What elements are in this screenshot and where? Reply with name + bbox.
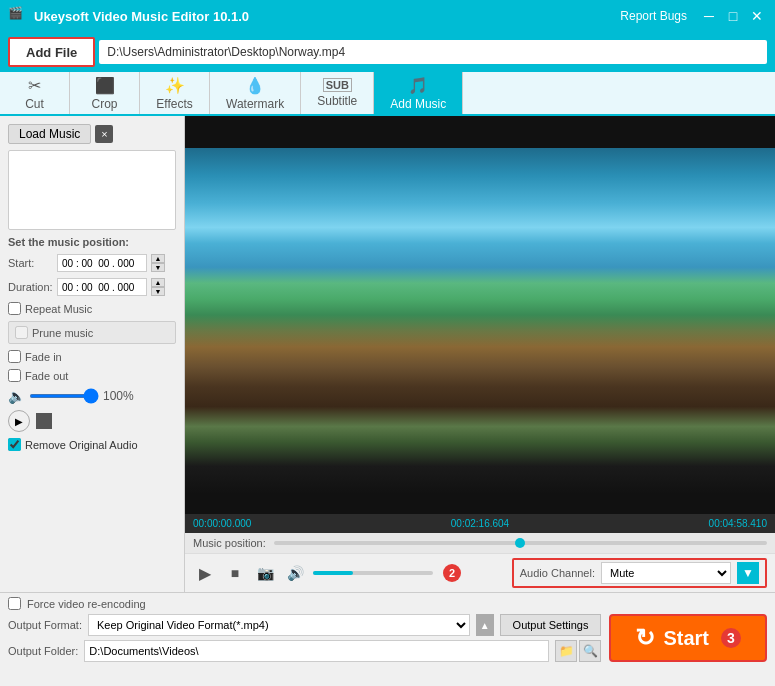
output-settings-button[interactable]: Output Settings [500, 614, 602, 636]
music-position-thumb [515, 538, 525, 548]
browse-folder-button[interactable]: 📁 [555, 640, 577, 662]
force-encode-row: Force video re-encoding [8, 597, 767, 610]
remove-audio-row: Remove Original Audio [8, 438, 176, 451]
audio-channel-dropdown-button[interactable]: ▼ [737, 562, 759, 584]
fade-in-row: Fade in [8, 350, 176, 363]
video-preview [185, 116, 775, 514]
app-icon: 🎬 [8, 6, 28, 26]
left-panel: Load Music × Set the music position: Sta… [0, 116, 185, 592]
start-label: Start [663, 627, 709, 650]
close-panel-button[interactable]: × [95, 125, 113, 143]
music-position-label: Music position: [193, 537, 266, 549]
close-button[interactable]: ✕ [747, 6, 767, 26]
tab-watermark-label: Watermark [226, 97, 284, 111]
volume-slider[interactable] [29, 394, 99, 398]
video-panel: 00:00:00.000 00:02:16.604 00:04:58.410 M… [185, 116, 775, 592]
output-format-arrow[interactable]: ▲ [476, 614, 494, 636]
remove-original-audio-checkbox[interactable] [8, 438, 21, 451]
prune-music-row: Prune music [15, 326, 169, 339]
main-content: Load Music × Set the music position: Sta… [0, 116, 775, 592]
playback-progress-fill [313, 571, 353, 575]
output-format-select[interactable]: Keep Original Video Format(*.mp4) [88, 614, 470, 636]
position-label: Set the music position: [8, 236, 176, 248]
tab-cut[interactable]: ✂ Cut [0, 72, 70, 114]
audio-channel-select[interactable]: Mute Left Right Stereo [601, 562, 731, 584]
playback-controls-row: ▶ ■ 📷 🔊 2 Audio Channel: Mute Left Right… [185, 553, 775, 592]
start-time-input[interactable] [57, 254, 147, 272]
window-controls: ─ □ ✕ [699, 6, 767, 26]
fade-in-checkbox[interactable] [8, 350, 21, 363]
tab-crop[interactable]: ⬛ Crop [70, 72, 140, 114]
tab-subtitle-label: Subtitle [317, 94, 357, 108]
duration-time-input[interactable] [57, 278, 147, 296]
start-icon: ↻ [635, 624, 655, 652]
panel-header: Load Music × [8, 124, 176, 144]
output-folder-label: Output Folder: [8, 645, 78, 657]
duration-spin[interactable]: ▲ ▼ [151, 278, 165, 296]
effects-icon: ✨ [165, 76, 185, 95]
fade-out-row: Fade out [8, 369, 176, 382]
play-button[interactable]: ▶ [8, 410, 30, 432]
toolbar: Add File [0, 32, 775, 72]
search-folder-button[interactable]: 🔍 [579, 640, 601, 662]
add-file-button[interactable]: Add File [8, 37, 95, 67]
timeline-mid: 00:02:16.604 [451, 518, 509, 529]
minimize-button[interactable]: ─ [699, 6, 719, 26]
duration-spin-up[interactable]: ▲ [151, 278, 165, 287]
volume-ctrl-button[interactable]: 🔊 [283, 561, 307, 585]
tab-cut-label: Cut [25, 97, 44, 111]
fade-out-label: Fade out [25, 370, 68, 382]
bottom-bar: Force video re-encoding Output Format: K… [0, 592, 775, 666]
output-folder-input[interactable] [84, 640, 549, 662]
prune-music-label: Prune music [32, 327, 93, 339]
main-stop-button[interactable]: ■ [223, 561, 247, 585]
tab-effects-label: Effects [156, 97, 192, 111]
main-play-button[interactable]: ▶ [193, 561, 217, 585]
start-button[interactable]: ↻ Start 3 [609, 614, 767, 662]
tab-watermark[interactable]: 💧 Watermark [210, 72, 301, 114]
force-encode-label: Force video re-encoding [27, 598, 146, 610]
timeline-bar: 00:00:00.000 00:02:16.604 00:04:58.410 [185, 514, 775, 533]
duration-time-row: Duration: ▲ ▼ [8, 278, 176, 296]
playback-row: ▶ [8, 410, 176, 432]
music-position-track[interactable] [274, 541, 767, 545]
watermark-icon: 💧 [245, 76, 265, 95]
playback-progress-track[interactable] [313, 571, 433, 575]
volume-icon: 🔈 [8, 388, 25, 404]
stop-button[interactable] [36, 413, 52, 429]
music-position-row: Music position: [185, 533, 775, 553]
step3-badge: 3 [721, 628, 741, 648]
maximize-button[interactable]: □ [723, 6, 743, 26]
crop-icon: ⬛ [95, 76, 115, 95]
app-title: Ukeysoft Video Music Editor 10.1.0 [34, 9, 620, 24]
repeat-music-row: Repeat Music [8, 302, 176, 315]
file-path-input[interactable] [99, 40, 767, 64]
fade-out-checkbox[interactable] [8, 369, 21, 382]
prune-music-checkbox[interactable] [15, 326, 28, 339]
add-music-icon: 🎵 [408, 76, 428, 95]
tab-crop-label: Crop [91, 97, 117, 111]
title-bar: 🎬 Ukeysoft Video Music Editor 10.1.0 Rep… [0, 0, 775, 32]
tab-effects[interactable]: ✨ Effects [140, 72, 210, 114]
tab-subtitle[interactable]: SUB Subtitle [301, 72, 374, 114]
tab-add-music-label: Add Music [390, 97, 446, 111]
load-music-button[interactable]: Load Music [8, 124, 91, 144]
repeat-music-checkbox[interactable] [8, 302, 21, 315]
duration-spin-down[interactable]: ▼ [151, 287, 165, 296]
report-bugs-link[interactable]: Report Bugs [620, 9, 687, 23]
video-area [185, 116, 775, 514]
force-encode-checkbox[interactable] [8, 597, 21, 610]
start-label: Start: [8, 257, 53, 269]
start-spin[interactable]: ▲ ▼ [151, 254, 165, 272]
duration-label: Duration: [8, 281, 53, 293]
bottom-controls: Output Format: Keep Original Video Forma… [8, 614, 767, 662]
output-format-row: Output Format: Keep Original Video Forma… [8, 614, 601, 636]
music-list[interactable] [8, 150, 176, 230]
folder-buttons: 📁 🔍 [555, 640, 601, 662]
screenshot-button[interactable]: 📷 [253, 561, 277, 585]
start-spin-up[interactable]: ▲ [151, 254, 165, 263]
start-time-row: Start: ▲ ▼ [8, 254, 176, 272]
start-spin-down[interactable]: ▼ [151, 263, 165, 272]
remove-original-audio-label: Remove Original Audio [25, 439, 138, 451]
tab-add-music[interactable]: 🎵 Add Music [374, 72, 463, 114]
